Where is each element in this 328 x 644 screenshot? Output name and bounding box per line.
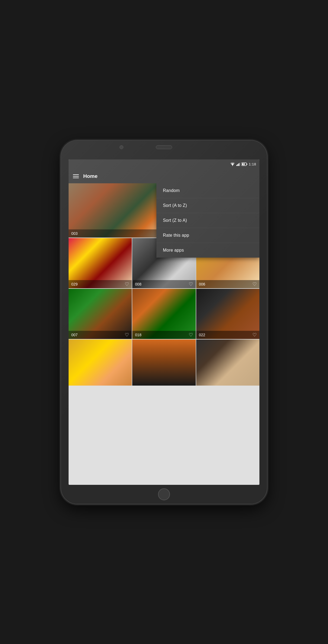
item-overlay-003: 003 ♡ bbox=[69, 229, 164, 238]
dropdown-item-random[interactable]: Random bbox=[156, 183, 259, 198]
grid-item-small-rooster[interactable] bbox=[132, 339, 195, 386]
app-title: Home bbox=[83, 173, 98, 179]
item-number-007: 007 bbox=[71, 333, 78, 337]
phone-frame: 1:18 Home 003 ♡ 002 bbox=[61, 140, 267, 504]
svg-rect-2 bbox=[237, 164, 238, 166]
heart-icon-007[interactable]: ♡ bbox=[125, 332, 129, 337]
dropdown-item-rate-app[interactable]: Rate this app bbox=[156, 228, 259, 243]
menu-icon[interactable] bbox=[73, 174, 79, 178]
content-area: 003 ♡ 002 ♡ 029 ♡ bbox=[69, 183, 259, 485]
row-3: 007 ♡ 018 ♡ 022 ♡ bbox=[69, 289, 259, 339]
svg-rect-7 bbox=[247, 164, 247, 165]
time-display: 1:18 bbox=[249, 162, 256, 166]
item-overlay-022: 022 ♡ bbox=[196, 331, 259, 339]
grid-item-003[interactable]: 003 ♡ bbox=[69, 183, 164, 238]
status-bar: 1:18 bbox=[69, 159, 259, 169]
svg-rect-3 bbox=[239, 163, 239, 166]
item-number-029: 029 bbox=[71, 282, 78, 286]
camera-dot bbox=[120, 145, 123, 149]
svg-rect-4 bbox=[240, 162, 240, 166]
item-number-018: 018 bbox=[135, 333, 141, 337]
grid-item-018[interactable]: 018 ♡ bbox=[132, 289, 195, 339]
app-bar: Home bbox=[69, 169, 259, 183]
speaker-grille bbox=[156, 145, 172, 149]
item-overlay-008: 008 ♡ bbox=[132, 280, 195, 288]
item-overlay-007: 007 ♡ bbox=[69, 331, 132, 339]
heart-icon-029[interactable]: ♡ bbox=[125, 282, 129, 287]
screen: 1:18 Home 003 ♡ 002 bbox=[69, 159, 259, 485]
wifi-icon bbox=[230, 162, 235, 166]
grid-item-029[interactable]: 029 ♡ bbox=[69, 238, 132, 288]
status-icons: 1:18 bbox=[230, 162, 256, 166]
bottom-bar bbox=[69, 485, 259, 504]
dropdown-menu: Random Sort (A to Z) Sort (Z to A) Rate … bbox=[156, 183, 259, 258]
sensor-dot bbox=[205, 145, 208, 149]
svg-point-0 bbox=[232, 165, 233, 166]
item-number-003: 003 bbox=[71, 231, 78, 236]
grid-item-022[interactable]: 022 ♡ bbox=[196, 289, 259, 339]
item-overlay-006: 006 ♡ bbox=[196, 280, 259, 288]
item-number-006: 006 bbox=[199, 282, 205, 286]
grid-item-007[interactable]: 007 ♡ bbox=[69, 289, 132, 339]
dropdown-item-sort-az[interactable]: Sort (A to Z) bbox=[156, 198, 259, 213]
home-button[interactable] bbox=[158, 488, 170, 500]
heart-icon-022[interactable]: ♡ bbox=[252, 332, 257, 337]
heart-icon-006[interactable]: ♡ bbox=[252, 282, 257, 287]
item-overlay-018: 018 ♡ bbox=[132, 331, 195, 339]
grid-item-yellow[interactable] bbox=[69, 339, 132, 386]
battery-icon bbox=[242, 162, 247, 166]
dropdown-item-more-apps[interactable]: More apps bbox=[156, 243, 259, 258]
svg-rect-1 bbox=[236, 165, 237, 166]
heart-icon-008[interactable]: ♡ bbox=[189, 282, 193, 287]
heart-icon-018[interactable]: ♡ bbox=[189, 332, 193, 337]
row-4 bbox=[69, 339, 259, 386]
item-number-008: 008 bbox=[135, 282, 141, 286]
item-overlay-029: 029 ♡ bbox=[69, 280, 132, 288]
grid-item-eggs[interactable] bbox=[196, 339, 259, 386]
dropdown-item-sort-za[interactable]: Sort (Z to A) bbox=[156, 213, 259, 228]
item-number-022: 022 bbox=[199, 333, 205, 337]
signal-icon bbox=[236, 162, 240, 166]
camera-area bbox=[61, 145, 267, 149]
